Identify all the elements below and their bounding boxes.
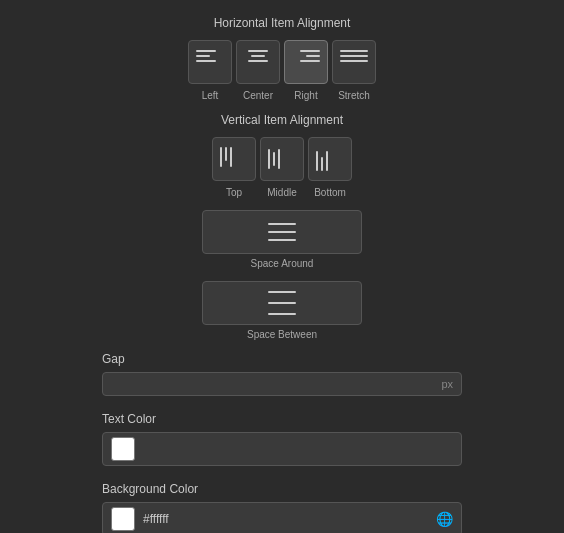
globe-icon[interactable]: 🌐 xyxy=(436,511,453,527)
icon-line xyxy=(300,50,320,52)
icon-line xyxy=(268,239,296,241)
vertical-alignment-buttons xyxy=(102,137,462,181)
vertical-alignment-title: Vertical Item Alignment xyxy=(102,113,462,127)
icon-vline xyxy=(316,151,318,171)
icon-line xyxy=(268,231,296,233)
gap-section: Gap px xyxy=(102,352,462,396)
space-between-icon xyxy=(268,291,296,315)
text-color-section: Text Color xyxy=(102,412,462,466)
align-right-icon xyxy=(292,50,320,74)
icon-line xyxy=(196,55,210,57)
background-color-value: #ffffff xyxy=(143,512,436,526)
icon-line xyxy=(196,60,216,62)
align-stretch-label: Stretch xyxy=(332,90,376,101)
icon-line xyxy=(196,50,216,52)
text-color-swatch[interactable] xyxy=(111,437,135,461)
horizontal-alignment-buttons xyxy=(102,40,462,84)
align-center-icon xyxy=(244,50,272,74)
icon-vline xyxy=(220,147,222,167)
align-stretch-button[interactable] xyxy=(332,40,376,84)
icon-vline xyxy=(321,157,323,171)
icon-vline xyxy=(225,147,227,161)
gap-label: Gap xyxy=(102,352,462,366)
align-top-icon xyxy=(220,147,248,171)
align-left-button[interactable] xyxy=(188,40,232,84)
background-color-label: Background Color xyxy=(102,482,462,496)
space-around-icon xyxy=(268,220,296,244)
icon-line xyxy=(248,60,268,62)
align-middle-button[interactable] xyxy=(260,137,304,181)
vertical-alignment-labels: Top Middle Bottom xyxy=(102,187,462,198)
icon-line xyxy=(268,223,296,225)
icon-vline xyxy=(230,147,232,167)
background-color-field[interactable]: #ffffff 🌐 xyxy=(102,502,462,533)
alignment-panel: Horizontal Item Alignment xyxy=(82,0,482,533)
icon-line xyxy=(251,55,265,57)
icon-vline xyxy=(326,151,328,171)
align-left-label: Left xyxy=(188,90,232,101)
align-top-label: Top xyxy=(212,187,256,198)
align-left-icon xyxy=(196,50,224,74)
align-top-button[interactable] xyxy=(212,137,256,181)
icon-line xyxy=(340,50,368,52)
icon-vline xyxy=(273,152,275,166)
space-between-label: Space Between xyxy=(102,329,462,340)
text-color-label: Text Color xyxy=(102,412,462,426)
align-middle-icon xyxy=(268,147,296,171)
icon-line xyxy=(268,291,296,293)
icon-line xyxy=(300,60,320,62)
icon-line xyxy=(268,302,296,304)
align-right-button[interactable] xyxy=(284,40,328,84)
horizontal-alignment-title: Horizontal Item Alignment xyxy=(102,16,462,30)
align-bottom-button[interactable] xyxy=(308,137,352,181)
space-around-label: Space Around xyxy=(102,258,462,269)
background-color-section: Background Color #ffffff 🌐 xyxy=(102,482,462,533)
horizontal-alignment-section: Horizontal Item Alignment xyxy=(102,16,462,101)
space-around-section: Space Around xyxy=(102,210,462,269)
align-center-label: Center xyxy=(236,90,280,101)
space-between-section: Space Between xyxy=(102,281,462,340)
background-color-swatch[interactable] xyxy=(111,507,135,531)
icon-line xyxy=(306,55,320,57)
text-color-field[interactable] xyxy=(102,432,462,466)
icon-vline xyxy=(268,149,270,169)
icon-line xyxy=(248,50,268,52)
icon-line xyxy=(340,60,368,62)
align-middle-label: Middle xyxy=(260,187,304,198)
icon-line xyxy=(340,55,368,57)
align-bottom-label: Bottom xyxy=(308,187,352,198)
align-right-label: Right xyxy=(284,90,328,101)
icon-vline xyxy=(278,149,280,169)
align-center-button[interactable] xyxy=(236,40,280,84)
icon-line xyxy=(268,313,296,315)
space-around-button[interactable] xyxy=(202,210,362,254)
gap-input-row: px xyxy=(102,372,462,396)
vertical-alignment-section: Vertical Item Alignment xyxy=(102,113,462,198)
horizontal-alignment-labels: Left Center Right Stretch xyxy=(102,90,462,101)
space-between-button[interactable] xyxy=(202,281,362,325)
gap-input[interactable] xyxy=(111,377,441,391)
gap-suffix: px xyxy=(441,378,453,390)
align-bottom-icon xyxy=(316,147,344,171)
align-stretch-icon xyxy=(340,50,368,74)
